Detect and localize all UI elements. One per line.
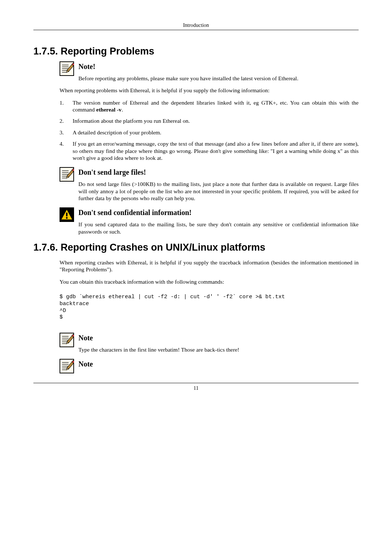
page-header-title: Introduction [33, 22, 359, 30]
ordered-list: The version number of Ethereal and the d… [60, 99, 359, 162]
section-heading-176: 1.7.6. Reporting Crashes on UNIX/Linux p… [33, 242, 359, 254]
list-item: Information about the platform you run E… [60, 117, 359, 124]
section-heading-175: 1.7.5. Reporting Problems [33, 45, 359, 58]
warning-text: If you send captured data to the mailing… [78, 221, 359, 235]
note-admonition: Note! Before reporting any problems, ple… [60, 61, 359, 82]
note-title: Note [78, 333, 359, 343]
paragraph: When reporting problems with Ethereal, i… [60, 87, 359, 94]
note-text: Before reporting any problems, please ma… [78, 75, 359, 82]
list-item: The version number of Ethereal and the d… [60, 99, 359, 113]
note-text: Type the characters in the first line ve… [78, 346, 359, 353]
code-block: $ gdb `whereis ethereal | cut -f2 -d: | … [60, 294, 359, 321]
paragraph: You can obtain this traceback informatio… [60, 278, 359, 285]
list-item: If you get an error/warning message, cop… [60, 140, 359, 161]
page-number: 11 [33, 385, 359, 391]
command-text: ethereal -v [96, 106, 122, 113]
note-title: Note [78, 360, 359, 369]
note-admonition: Note Type the characters in the first li… [60, 332, 359, 353]
list-item: A detailed description of your problem. [60, 129, 359, 136]
paragraph: When reporting crashes with Ethereal, it… [60, 259, 359, 273]
note-admonition: Note [60, 358, 359, 373]
warning-admonition: Don't send confidential information! If … [60, 207, 359, 235]
note-icon [60, 61, 74, 76]
note-title: Don't send large files! [78, 168, 359, 177]
note-icon [60, 359, 74, 373]
note-admonition: Don't send large files! Do not send larg… [60, 166, 359, 202]
note-icon [60, 333, 74, 347]
note-text: Do not send large files (>100KB) to the … [78, 181, 359, 202]
list-text-post: . [122, 106, 123, 113]
footer-rule [33, 383, 359, 383]
note-icon [60, 167, 74, 182]
header-rule [33, 30, 359, 30]
note-title: Note! [78, 62, 359, 71]
warning-title: Don't send confidential information! [78, 208, 359, 217]
warning-icon [60, 207, 74, 222]
